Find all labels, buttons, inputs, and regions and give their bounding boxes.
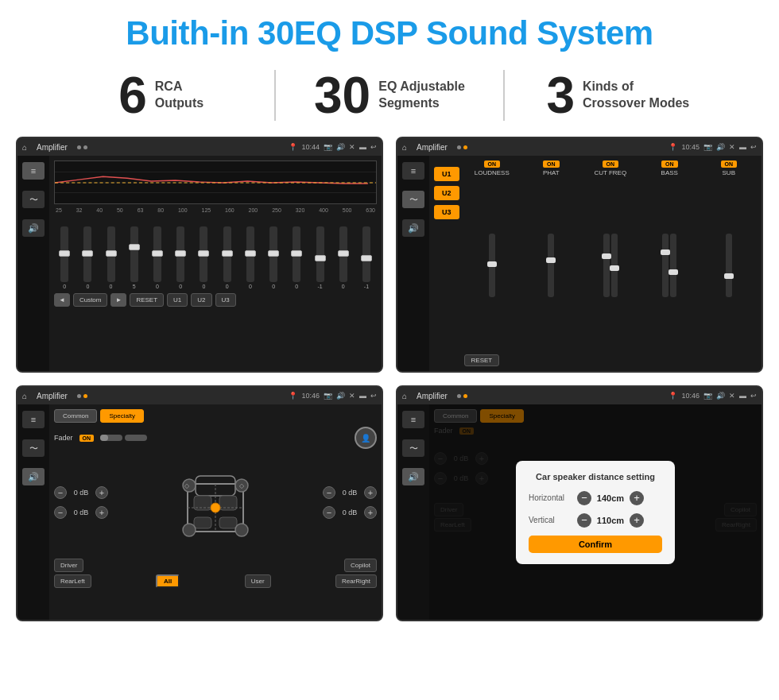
reset-btn[interactable]: RESET [130,293,164,307]
close-icon-2[interactable]: ✕ [729,143,735,151]
sub-slider[interactable] [726,234,732,297]
slider-thumb-6[interactable] [175,250,186,257]
sidebar-speaker-btn-4[interactable]: 🔊 [402,468,424,485]
slider-thumb-13[interactable] [338,250,349,257]
front-left-minus[interactable]: − [54,486,67,499]
rear-right-plus[interactable]: + [364,506,377,519]
slider-thumb-1[interactable] [59,250,70,257]
rear-left-minus[interactable]: − [54,506,67,519]
slider-track-10[interactable] [269,226,277,282]
horizontal-plus[interactable]: + [630,491,644,505]
play-btn[interactable]: ► [110,293,126,307]
bass-g-slider[interactable] [670,234,676,297]
close-icon[interactable]: ✕ [349,143,355,151]
vertical-minus[interactable]: − [577,513,591,528]
u1-select[interactable]: U1 [434,167,459,181]
slider-track-1[interactable] [60,226,68,282]
phat-thumb[interactable] [546,257,556,263]
custom-btn[interactable]: Custom [73,293,108,307]
front-left-plus[interactable]: + [95,486,108,499]
crossover-reset-btn[interactable]: RESET [464,354,500,366]
driver-btn[interactable]: Driver [54,559,83,572]
sidebar-speaker-btn-3[interactable]: 🔊 [22,468,45,485]
back-icon-2[interactable]: ↩ [750,143,757,151]
back-icon-4[interactable]: ↩ [750,392,757,400]
slider-thumb-8[interactable] [222,250,233,257]
minimize-icon-2[interactable]: ▬ [739,143,746,151]
u2-btn[interactable]: U2 [191,293,211,307]
sidebar-eq-btn-4[interactable]: ≡ [402,411,424,428]
bass-g-thumb[interactable] [669,269,678,275]
sidebar-wave-btn-4[interactable]: 〜 [402,439,424,457]
u3-select[interactable]: U3 [434,205,459,219]
bass-f-thumb[interactable] [661,249,670,255]
prev-btn[interactable]: ◄ [54,293,70,307]
sidebar-eq-btn-2[interactable]: ≡ [402,162,424,180]
slider-track-8[interactable] [223,226,231,282]
rear-right-btn[interactable]: RearRight [335,574,377,588]
rear-left-plus[interactable]: + [95,506,108,519]
home-icon-3[interactable]: ⌂ [22,392,27,400]
slider-thumb-12[interactable] [315,255,326,261]
slider-track-12[interactable] [316,226,324,282]
home-icon-4[interactable]: ⌂ [402,392,407,400]
loudness-thumb[interactable] [487,261,497,267]
home-icon[interactable]: ⌂ [22,143,27,152]
home-icon-2[interactable]: ⌂ [402,143,407,152]
user-btn[interactable]: User [245,574,271,588]
sidebar-wave-btn-2[interactable]: 〜 [402,191,424,208]
minimize-icon-4[interactable]: ▬ [739,392,746,400]
slider-track-3[interactable] [107,226,115,282]
slider-thumb-11[interactable] [291,250,302,257]
slider-track-4[interactable] [130,226,138,282]
sidebar-speaker-btn[interactable]: 🔊 [22,219,45,237]
copilot-btn[interactable]: Copilot [344,559,377,572]
sidebar-eq-btn[interactable]: ≡ [22,162,45,180]
minimize-icon-3[interactable]: ▬ [359,392,366,400]
bass-f-slider[interactable] [662,234,669,297]
sidebar-wave-btn-3[interactable]: 〜 [22,439,45,457]
slider-thumb-5[interactable] [152,250,163,257]
back-icon[interactable]: ↩ [370,143,377,151]
u1-btn[interactable]: U1 [167,293,188,307]
vertical-plus[interactable]: + [630,513,644,528]
slider-track-6[interactable] [176,226,184,282]
phat-slider[interactable] [548,234,554,297]
slider-track-11[interactable] [293,226,300,282]
sidebar-wave-btn[interactable]: 〜 [22,191,45,208]
slider-track-5[interactable] [153,226,161,282]
rear-left-btn[interactable]: RearLeft [54,574,91,588]
sidebar-eq-btn-3[interactable]: ≡ [22,411,45,428]
slider-thumb-4[interactable] [129,244,140,250]
sub-thumb[interactable] [724,273,734,279]
specialty-tab[interactable]: Specialty [100,409,143,423]
horizontal-minus[interactable]: − [577,491,591,505]
u3-btn[interactable]: U3 [215,293,236,307]
minimize-icon[interactable]: ▬ [359,143,366,151]
slider-track-13[interactable] [339,226,347,282]
slider-track-14[interactable] [362,226,370,282]
cutfreq-g-thumb[interactable] [610,265,619,271]
slider-thumb-10[interactable] [268,250,279,257]
close-icon-3[interactable]: ✕ [349,392,355,400]
confirm-button[interactable]: Confirm [529,536,662,553]
slider-track-9[interactable] [246,226,254,282]
slider-thumb-3[interactable] [106,250,117,257]
slider-thumb-2[interactable] [82,250,93,257]
u2-select[interactable]: U2 [434,186,459,200]
all-btn[interactable]: All [156,574,180,588]
slider-track-7[interactable] [200,226,207,282]
loudness-slider[interactable] [489,234,495,297]
slider-thumb-14[interactable] [361,255,372,261]
front-right-minus[interactable]: − [323,486,335,499]
rear-right-minus[interactable]: − [323,506,335,519]
sidebar-speaker-btn-2[interactable]: 🔊 [402,219,424,237]
slider-thumb-9[interactable] [245,250,256,257]
back-icon-3[interactable]: ↩ [370,392,377,400]
slider-thumb-7[interactable] [198,250,209,257]
cutfreq-f-thumb[interactable] [602,253,611,259]
cutfreq-f-slider[interactable] [603,234,610,297]
front-right-plus[interactable]: + [364,486,377,499]
common-tab[interactable]: Common [54,409,97,423]
cutfreq-g-slider[interactable] [611,234,618,297]
